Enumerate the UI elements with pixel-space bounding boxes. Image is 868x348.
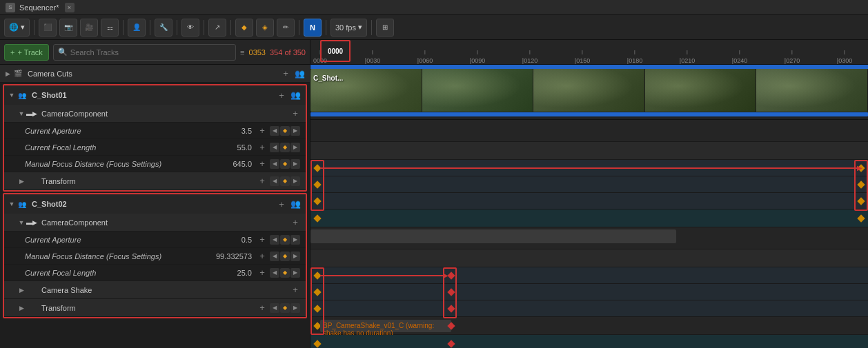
transform-1-tl: [310, 209, 868, 227]
fps-button[interactable]: 30 fps ▾: [331, 19, 367, 37]
aperture-2-add[interactable]: +: [256, 234, 268, 246]
kf-add-2f[interactable]: ◆: [280, 268, 290, 278]
c-shot01-add[interactable]: +: [275, 89, 288, 101]
kf-add-1a[interactable]: ◆: [280, 126, 290, 136]
kf-right-1f[interactable]: ▶: [290, 143, 300, 152]
snap-button[interactable]: N: [304, 19, 322, 37]
search-input[interactable]: [70, 48, 231, 57]
eye-button[interactable]: 👁: [181, 19, 199, 37]
manual-focus-1-value: 645.0: [233, 160, 252, 168]
kf-right-t1[interactable]: ▶: [290, 176, 300, 186]
c-shot01-expand[interactable]: ▼: [7, 90, 17, 100]
focal-length-2-add[interactable]: +: [256, 267, 268, 279]
c-shot02-label: C_Shot02: [30, 200, 275, 208]
kf-left-1f[interactable]: ◀: [270, 143, 279, 152]
focal-length-2-label: Current Focal Length: [23, 269, 237, 277]
video-frame-5: [756, 69, 868, 112]
record-button[interactable]: ⬛: [39, 19, 57, 37]
sep1: [34, 20, 34, 35]
camera-cuts-expand[interactable]: ▶: [3, 69, 12, 79]
kf-right-t2[interactable]: ▶: [290, 303, 300, 313]
kf-left-1m[interactable]: ◀: [270, 159, 279, 169]
tick-0150: |0150: [575, 57, 590, 64]
wrench-button[interactable]: 🔧: [155, 19, 172, 37]
transform-1-kf: ◀ ◆ ▶: [270, 176, 300, 186]
camera-comp-1-expand[interactable]: ▼: [17, 109, 26, 119]
sep6: [230, 20, 231, 35]
camera-shake-expand[interactable]: ▶: [17, 285, 26, 295]
camera-comp-2-add[interactable]: +: [289, 216, 302, 229]
kf-left-2a[interactable]: ◀: [270, 235, 279, 245]
camera-component-2-header: ▼ ▬▶ CameraComponent +: [4, 214, 306, 232]
filter-icon[interactable]: ≡: [240, 48, 244, 57]
kf-add-2a[interactable]: ◆: [280, 235, 290, 245]
manual-1-tl: [310, 193, 868, 209]
c-shot02-group: ▼ 👥 C_Shot02 + 👥 ▼ ▬▶ CameraComponent + …: [3, 193, 307, 318]
kf-left-2m[interactable]: ◀: [270, 252, 279, 261]
camera-comp-2-expand[interactable]: ▼: [17, 218, 26, 227]
kf-left-t2[interactable]: ◀: [270, 303, 279, 313]
close-button[interactable]: ×: [65, 3, 75, 12]
grid-button[interactable]: ⊞: [376, 19, 394, 37]
kf-right-1m[interactable]: ▶: [290, 159, 300, 169]
transform-2-kf: ◀ ◆ ▶: [270, 303, 300, 313]
camera-component-1-header: ▼ ▬▶ CameraComponent +: [4, 105, 306, 123]
focal-length-1-row: Current Focal Length 55.0 + ◀ ◆ ▶: [4, 139, 306, 156]
search-icon: 🔍: [58, 48, 68, 57]
c-shot02-expand[interactable]: ▼: [7, 199, 17, 209]
video-button[interactable]: 🎥: [80, 19, 98, 37]
kf-add-1m[interactable]: ◆: [280, 159, 290, 169]
transform-1-add[interactable]: +: [256, 175, 268, 187]
kf-left-t1[interactable]: ◀: [270, 176, 279, 186]
kf-left-1a[interactable]: ◀: [270, 126, 279, 136]
transform-1-expand[interactable]: ▶: [17, 176, 26, 186]
c-shot02-users[interactable]: 👥: [289, 198, 302, 210]
main-area: + + Track 🔍 ≡ 0353 354 of 350 ▶ 🎬 Camera…: [0, 40, 868, 348]
kf-left-2f[interactable]: ◀: [270, 268, 279, 278]
camera-shake-add[interactable]: +: [289, 284, 302, 296]
tracks-container: ▶ 🎬 Camera Cuts + 👥 ▼ 👥 C_Shot01 + 👥: [0, 65, 310, 348]
c-shot01-users[interactable]: 👥: [289, 89, 302, 101]
focal-length-2-kf: ◀ ◆ ▶: [270, 268, 300, 278]
manual-focus-1-add[interactable]: +: [256, 158, 268, 170]
globe-button[interactable]: 🌐 ▾: [4, 19, 30, 37]
aperture-2-tl: ▶: [310, 267, 868, 284]
playhead-value: 0000: [328, 48, 343, 55]
shot01-tl-header: [310, 120, 868, 142]
c-shot02-add[interactable]: +: [275, 198, 288, 210]
aperture-1-add[interactable]: +: [256, 125, 268, 137]
kf-add-1f[interactable]: ◆: [280, 143, 290, 152]
kf-right-2m[interactable]: ▶: [290, 252, 300, 261]
video-strip[interactable]: C_Shot...: [310, 69, 868, 112]
kf-add-t2[interactable]: ◆: [280, 303, 290, 313]
manual-focus-2-add[interactable]: +: [256, 250, 268, 263]
add-track-button[interactable]: + + Track: [4, 44, 49, 61]
search-box: 🔍: [53, 44, 236, 61]
camera-comp-1-add[interactable]: +: [289, 108, 302, 120]
camera-comp-1-label: CameraComponent: [40, 110, 289, 118]
transform-2-expand[interactable]: ▶: [17, 303, 26, 313]
ruler-ticks: 0000 0000 |0030 |0060 |0090 |0120 |0150 …: [310, 40, 868, 64]
kf-add-2m[interactable]: ◆: [280, 252, 290, 261]
kf-right-1a[interactable]: ▶: [290, 126, 300, 136]
kf-transform-1-right: [857, 214, 865, 222]
paint-button[interactable]: ◈: [256, 19, 274, 37]
pencil-button[interactable]: ✏: [277, 19, 295, 37]
playhead[interactable]: 0000: [320, 40, 351, 62]
timeline-ruler[interactable]: 0000 0000 |0030 |0060 |0090 |0120 |0150 …: [310, 40, 868, 65]
transform-2-add[interactable]: +: [256, 302, 268, 314]
focal-length-2-row: Current Focal Length 25.0 + ◀ ◆ ▶: [4, 265, 306, 281]
camera-cuts-add[interactable]: +: [279, 68, 292, 80]
transform-button[interactable]: ↗: [208, 19, 226, 37]
focal-length-1-add[interactable]: +: [256, 141, 268, 154]
camera-cuts-users[interactable]: 👥: [293, 68, 306, 80]
diamond-button[interactable]: ◆: [235, 19, 253, 37]
sep3: [150, 20, 150, 35]
sep4: [177, 20, 177, 35]
timeline-button[interactable]: ⚏: [101, 19, 119, 37]
person-button[interactable]: 👤: [128, 19, 146, 37]
kf-add-t1[interactable]: ◆: [280, 176, 290, 186]
kf-right-2f[interactable]: ▶: [290, 268, 300, 278]
kf-right-2a[interactable]: ▶: [290, 235, 300, 245]
camera-button[interactable]: 📷: [59, 19, 77, 37]
